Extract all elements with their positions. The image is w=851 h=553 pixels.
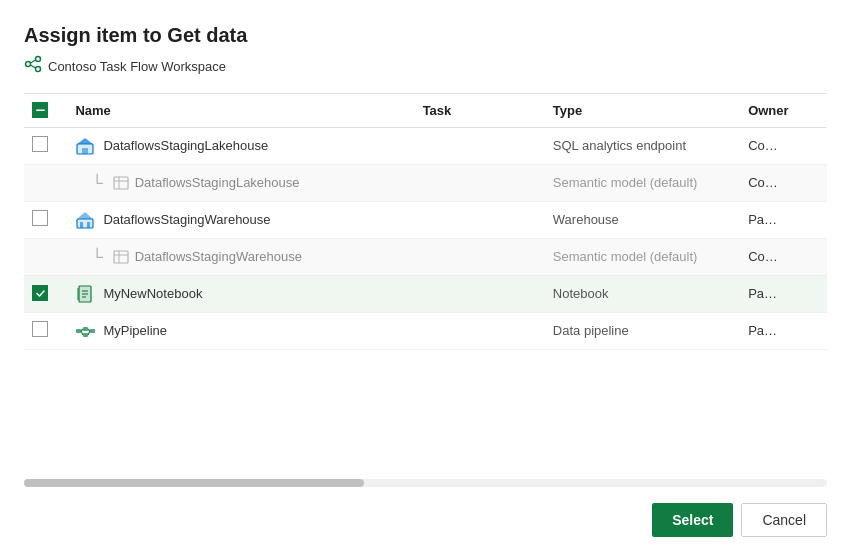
row-name-cell: MyNewNotebook bbox=[67, 275, 414, 312]
sub-item-name: DataflowsStagingWarehouse bbox=[135, 249, 302, 264]
row-type-cell: Warehouse bbox=[545, 201, 740, 238]
select-all-checkbox[interactable] bbox=[32, 102, 48, 118]
item-name: DataflowsStagingWarehouse bbox=[103, 212, 270, 227]
svg-rect-18 bbox=[114, 251, 128, 263]
svg-line-31 bbox=[81, 329, 83, 331]
svg-point-2 bbox=[36, 67, 41, 72]
row-task-cell bbox=[415, 164, 545, 201]
row-name-cell: └ DataflowsStagingLakehouse bbox=[67, 164, 414, 201]
row-task-cell bbox=[415, 127, 545, 164]
row-type-cell: Semantic model (default) bbox=[545, 164, 740, 201]
dialog-footer: Select Cancel bbox=[24, 499, 827, 537]
cancel-button[interactable]: Cancel bbox=[741, 503, 827, 537]
svg-line-3 bbox=[31, 60, 36, 63]
svg-line-32 bbox=[81, 331, 83, 335]
sub-item-name: DataflowsStagingLakehouse bbox=[135, 175, 300, 190]
row-checkbox-cell[interactable] bbox=[24, 275, 67, 312]
row-type-cell: Data pipeline bbox=[545, 312, 740, 349]
svg-point-0 bbox=[26, 62, 31, 67]
table-row[interactable]: └ DataflowsStagingLakehouseSemantic mode… bbox=[24, 164, 827, 201]
row-task-cell bbox=[415, 312, 545, 349]
sub-item-icon bbox=[111, 247, 131, 267]
row-owner-cell: Co… bbox=[740, 164, 827, 201]
svg-rect-9 bbox=[82, 148, 88, 154]
item-name: DataflowsStagingLakehouse bbox=[103, 138, 268, 153]
table-row[interactable]: DataflowsStagingLakehouseSQL analytics e… bbox=[24, 127, 827, 164]
dialog-title: Assign item to Get data bbox=[24, 24, 827, 47]
row-checkbox-cell[interactable] bbox=[24, 238, 67, 275]
row-task-cell bbox=[415, 201, 545, 238]
assign-item-dialog: Assign item to Get data Contoso Task Flo… bbox=[0, 0, 851, 553]
row-type-cell: SQL analytics endpoint bbox=[545, 127, 740, 164]
row-owner-cell: Co… bbox=[740, 127, 827, 164]
items-table-container: Name Task Type Owner DataflowsStagingLak… bbox=[24, 93, 827, 471]
svg-marker-8 bbox=[77, 138, 93, 144]
col-header-task: Task bbox=[415, 94, 545, 127]
row-checkbox[interactable] bbox=[32, 285, 48, 301]
svg-rect-27 bbox=[76, 329, 81, 333]
svg-line-33 bbox=[88, 329, 90, 331]
row-type-cell: Notebook bbox=[545, 275, 740, 312]
row-name-cell: DataflowsStagingWarehouse bbox=[67, 201, 414, 238]
svg-point-1 bbox=[36, 57, 41, 62]
row-task-cell bbox=[415, 275, 545, 312]
row-owner-cell: Co… bbox=[740, 238, 827, 275]
item-name: MyPipeline bbox=[103, 323, 167, 338]
horizontal-scrollbar[interactable] bbox=[24, 479, 827, 487]
svg-rect-17 bbox=[87, 222, 90, 228]
svg-rect-28 bbox=[83, 327, 88, 331]
svg-line-34 bbox=[88, 331, 90, 335]
item-icon bbox=[75, 210, 95, 230]
col-header-owner: Owner bbox=[740, 94, 827, 127]
select-button[interactable]: Select bbox=[652, 503, 733, 537]
workspace-label: Contoso Task Flow Workspace bbox=[48, 59, 226, 74]
row-checkbox[interactable] bbox=[32, 321, 48, 337]
row-task-cell bbox=[415, 238, 545, 275]
items-table: Name Task Type Owner DataflowsStagingLak… bbox=[24, 94, 827, 350]
item-icon bbox=[75, 321, 95, 341]
table-row[interactable]: MyPipelineData pipelinePa… bbox=[24, 312, 827, 349]
row-name-cell: MyPipeline bbox=[67, 312, 414, 349]
table-row[interactable]: MyNewNotebookNotebookPa… bbox=[24, 275, 827, 312]
header-checkbox-cell[interactable] bbox=[24, 94, 67, 127]
item-name: MyNewNotebook bbox=[103, 286, 202, 301]
svg-rect-13 bbox=[77, 219, 93, 228]
row-checkbox[interactable] bbox=[32, 210, 48, 226]
row-checkbox-cell[interactable] bbox=[24, 201, 67, 238]
sub-item-icon bbox=[111, 173, 131, 193]
svg-rect-30 bbox=[90, 329, 95, 333]
svg-rect-26 bbox=[77, 288, 79, 300]
svg-rect-10 bbox=[114, 177, 128, 189]
item-icon bbox=[75, 284, 95, 304]
svg-rect-5 bbox=[36, 109, 45, 111]
col-header-name: Name bbox=[67, 94, 414, 127]
table-row[interactable]: DataflowsStagingWarehouseWarehousePa… bbox=[24, 201, 827, 238]
svg-rect-16 bbox=[80, 222, 83, 228]
item-icon bbox=[75, 136, 95, 156]
scrollbar-thumb[interactable] bbox=[24, 479, 364, 487]
row-checkbox-cell[interactable] bbox=[24, 312, 67, 349]
sub-indent-icon: └ bbox=[91, 249, 102, 265]
col-header-type: Type bbox=[545, 94, 740, 127]
svg-line-4 bbox=[31, 65, 36, 68]
svg-marker-15 bbox=[77, 212, 93, 219]
row-checkbox[interactable] bbox=[32, 136, 48, 152]
svg-rect-29 bbox=[83, 333, 88, 337]
workspace-row: Contoso Task Flow Workspace bbox=[24, 55, 827, 77]
row-name-cell: └ DataflowsStagingWarehouse bbox=[67, 238, 414, 275]
row-type-cell: Semantic model (default) bbox=[545, 238, 740, 275]
row-checkbox-cell[interactable] bbox=[24, 127, 67, 164]
workspace-icon bbox=[24, 55, 42, 77]
sub-indent-icon: └ bbox=[91, 175, 102, 191]
row-checkbox-cell[interactable] bbox=[24, 164, 67, 201]
row-name-cell: DataflowsStagingLakehouse bbox=[67, 127, 414, 164]
table-header-row: Name Task Type Owner bbox=[24, 94, 827, 127]
row-owner-cell: Pa… bbox=[740, 201, 827, 238]
table-row[interactable]: └ DataflowsStagingWarehouseSemantic mode… bbox=[24, 238, 827, 275]
row-owner-cell: Pa… bbox=[740, 275, 827, 312]
row-owner-cell: Pa… bbox=[740, 312, 827, 349]
